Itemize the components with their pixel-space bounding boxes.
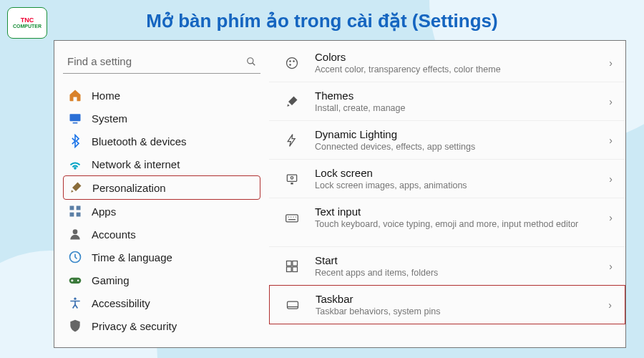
chevron-right-icon: › xyxy=(609,96,613,107)
sidebar-item-label: Accounts xyxy=(92,228,136,241)
accessibility-icon xyxy=(67,296,83,309)
sidebar: HomeSystemBluetooth & devicesNetwork & i… xyxy=(54,41,269,347)
search-input[interactable] xyxy=(67,55,246,67)
chevron-right-icon: › xyxy=(609,173,613,185)
row-subtitle: Lock screen images, apps, animations xyxy=(315,180,467,190)
system-icon xyxy=(67,112,83,125)
sidebar-item-label: Network & internet xyxy=(92,158,180,170)
chevron-right-icon: › xyxy=(608,299,612,311)
sidebar-item-label: System xyxy=(92,112,127,125)
shield-icon xyxy=(67,319,83,332)
start-icon xyxy=(282,256,302,276)
sidebar-item-label: Accessibility xyxy=(92,297,150,309)
row-subtitle: Recent apps and items, folders xyxy=(315,268,438,278)
svg-point-16 xyxy=(289,64,291,66)
sidebar-item-system[interactable]: System xyxy=(63,107,260,130)
svg-rect-10 xyxy=(69,278,82,284)
sidebar-item-accounts[interactable]: Accounts xyxy=(63,223,260,246)
apps-icon xyxy=(67,205,83,218)
svg-rect-5 xyxy=(77,206,81,211)
svg-point-13 xyxy=(287,57,298,68)
svg-rect-22 xyxy=(293,261,298,266)
chevron-right-icon: › xyxy=(609,57,613,69)
svg-point-0 xyxy=(248,57,253,63)
wifi-icon xyxy=(67,158,83,170)
clock-icon xyxy=(67,251,83,263)
svg-rect-17 xyxy=(287,175,296,181)
sidebar-item-personalization[interactable]: Personalization xyxy=(63,175,260,200)
svg-point-12 xyxy=(74,298,76,300)
sidebar-item-time-language[interactable]: Time & language xyxy=(63,246,260,268)
chevron-right-icon: › xyxy=(609,212,613,223)
svg-rect-23 xyxy=(287,266,292,271)
row-subtitle: Install, create, manage xyxy=(315,103,405,113)
row-subtitle: Touch keyboard, voice typing, emoji and … xyxy=(315,219,578,229)
svg-rect-21 xyxy=(287,261,292,266)
home-icon xyxy=(67,89,83,102)
palette-icon xyxy=(282,53,302,73)
sidebar-item-network-internet[interactable]: Network & internet xyxy=(63,153,260,175)
sidebar-item-label: Home xyxy=(92,90,120,102)
settings-window: HomeSystemBluetooth & devicesNetwork & i… xyxy=(54,40,626,348)
search-box[interactable] xyxy=(63,52,260,74)
row-title: Colors xyxy=(315,51,501,63)
row-title: Dynamic Lighting xyxy=(315,128,475,140)
svg-point-8 xyxy=(73,229,78,234)
chevron-right-icon: › xyxy=(609,261,613,272)
settings-row-themes[interactable]: ThemesInstall, create, manage› xyxy=(269,82,625,120)
svg-point-11 xyxy=(77,280,79,282)
row-subtitle: Taskbar behaviors, system pins xyxy=(316,306,440,316)
svg-point-15 xyxy=(293,60,295,62)
svg-rect-6 xyxy=(70,213,74,217)
row-title: Start xyxy=(315,254,438,266)
settings-row-dynamic-lighting[interactable]: Dynamic LightingConnected devices, effec… xyxy=(269,120,625,159)
bluetooth-icon xyxy=(67,135,83,147)
svg-point-19 xyxy=(291,176,293,178)
row-subtitle: Accent color, transparency effects, colo… xyxy=(315,64,501,74)
settings-row-taskbar[interactable]: TaskbarTaskbar behaviors, system pins› xyxy=(269,285,625,324)
settings-row-colors[interactable]: ColorsAccent color, transparency effects… xyxy=(269,44,625,82)
sidebar-item-label: Gaming xyxy=(92,274,130,286)
chevron-right-icon: › xyxy=(609,135,613,146)
content-pane: ColorsAccent color, transparency effects… xyxy=(269,41,625,347)
page-title: Mở bàn phím ảo trong cài đặt (Settings) xyxy=(0,10,644,32)
sidebar-item-label: Time & language xyxy=(92,251,172,263)
sidebar-item-label: Bluetooth & devices xyxy=(92,135,187,147)
sidebar-item-privacy-security[interactable]: Privacy & security xyxy=(63,314,260,337)
svg-rect-4 xyxy=(70,206,74,211)
row-subtitle: Connected devices, effects, app settings xyxy=(315,142,475,152)
search-icon xyxy=(246,57,256,67)
svg-rect-18 xyxy=(291,183,293,185)
sidebar-item-label: Privacy & security xyxy=(92,320,177,332)
row-title: Taskbar xyxy=(316,293,440,305)
keyboard-icon xyxy=(282,208,302,228)
lighting-icon xyxy=(282,130,302,150)
sidebar-item-accessibility[interactable]: Accessibility xyxy=(63,291,260,314)
svg-point-14 xyxy=(289,60,291,62)
accounts-icon xyxy=(67,228,83,241)
svg-rect-25 xyxy=(288,301,298,309)
taskbar-icon xyxy=(283,295,303,315)
sidebar-item-label: Personalization xyxy=(92,182,166,194)
sidebar-item-label: Apps xyxy=(92,205,116,218)
lock-icon xyxy=(282,169,302,189)
row-title: Themes xyxy=(315,90,405,102)
row-title: Text input xyxy=(315,205,578,218)
brush-icon xyxy=(282,92,302,112)
svg-rect-24 xyxy=(293,266,298,271)
settings-row-text-input[interactable]: Text inputTouch keyboard, voice typing, … xyxy=(269,198,625,236)
svg-rect-2 xyxy=(70,114,81,121)
sidebar-item-gaming[interactable]: Gaming xyxy=(63,268,260,291)
svg-rect-3 xyxy=(73,122,78,124)
sidebar-item-bluetooth-devices[interactable]: Bluetooth & devices xyxy=(63,130,260,153)
brush-icon xyxy=(68,181,84,194)
svg-line-1 xyxy=(253,62,255,65)
svg-rect-20 xyxy=(286,214,298,221)
row-title: Lock screen xyxy=(315,167,467,179)
gaming-icon xyxy=(67,274,83,286)
sidebar-item-home[interactable]: Home xyxy=(63,84,260,107)
sidebar-item-apps[interactable]: Apps xyxy=(63,200,260,223)
settings-row-start[interactable]: StartRecent apps and items, folders› xyxy=(269,246,625,285)
svg-rect-7 xyxy=(77,213,81,217)
settings-row-lock-screen[interactable]: Lock screenLock screen images, apps, ani… xyxy=(269,159,625,198)
